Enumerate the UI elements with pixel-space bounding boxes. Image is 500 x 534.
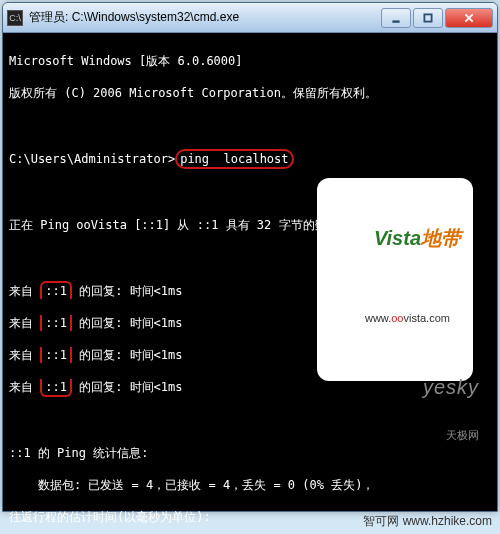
minimize-icon xyxy=(390,12,402,24)
command-1-highlight: ping localhost xyxy=(175,149,293,169)
copyright-line: 版权所有 (C) 2006 Microsoft Corporation。保留所有… xyxy=(9,85,491,101)
stats-1-title: ::1 的 Ping 统计信息: xyxy=(9,445,491,461)
yesky-sub: 天极网 xyxy=(423,427,479,443)
close-icon xyxy=(463,12,475,24)
yesky-watermark: yesky 天极网 xyxy=(423,347,479,475)
minimize-button[interactable] xyxy=(381,8,411,28)
reply-1d: 来自 ::1 的回复: 时间<1ms xyxy=(9,379,491,397)
window-title: 管理员: C:\Windows\system32\cmd.exe xyxy=(29,9,381,26)
prompt-line-1: C:\Users\Administrator>ping localhost xyxy=(9,149,491,169)
maximize-button[interactable] xyxy=(413,8,443,28)
yesky-brand: yesky xyxy=(423,379,479,395)
cmd-window: C:\ 管理员: C:\Windows\system32\cmd.exe Mic… xyxy=(2,2,498,512)
footer-credit: 智可网 www.hzhike.com xyxy=(363,513,492,530)
ip6-highlight: ::1 xyxy=(40,281,72,299)
stats-1-packets: 数据包: 已发送 = 4，已接收 = 4，丢失 = 0 (0% 丢失)， xyxy=(9,477,491,493)
svg-rect-1 xyxy=(424,14,431,21)
vista-url: www.oovista.com xyxy=(329,294,461,342)
vista-logo: Vista地带 xyxy=(329,214,461,262)
prompt-1: C:\Users\Administrator> xyxy=(9,152,175,166)
version-line: Microsoft Windows [版本 6.0.6000] xyxy=(9,53,491,69)
terminal-output[interactable]: Microsoft Windows [版本 6.0.6000] 版权所有 (C)… xyxy=(3,33,497,511)
titlebar[interactable]: C:\ 管理员: C:\Windows\system32\cmd.exe xyxy=(3,3,497,33)
close-button[interactable] xyxy=(445,8,493,28)
command-1: ping localhost xyxy=(180,152,288,166)
cmd-icon: C:\ xyxy=(7,10,23,26)
window-buttons xyxy=(381,8,493,28)
maximize-icon xyxy=(422,12,434,24)
